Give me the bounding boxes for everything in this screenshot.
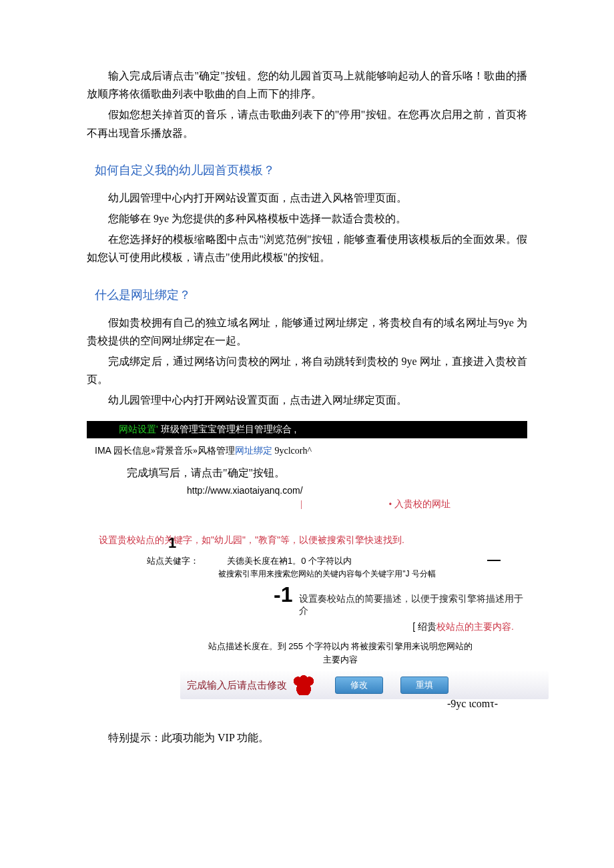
cursor-mark: |	[300, 499, 302, 510]
paragraph: 在您选择好的模板缩略图中点击"浏览范例"按钮，能够查看使用该模板后的全面效果。假…	[87, 230, 527, 266]
desc-tip-row: -1 设置奏校站点的简要描述，以便于搜索引擎将描述用于介	[87, 585, 527, 617]
marker-neg1: -1	[274, 582, 292, 607]
heading-binding: 什么是网址绑定？	[95, 287, 527, 303]
desc-limit-text: 站点描述长度在。到 255 个字符以内 将被搜索引擎用来说明您网站的主要内容	[207, 640, 474, 668]
url-input-row: | •入贵校的网址	[87, 498, 527, 510]
bracket-red: 校站点的主要内容.	[436, 621, 514, 632]
keyword-row: 站点关健字： 关德美长度在衲1。0 个字符以内 —	[87, 552, 527, 567]
bullet-icon: •	[389, 500, 392, 509]
paragraph: 幼儿园管理中心内打开网站设置页面，点击进入风格管理页面。	[87, 189, 527, 207]
dash-icon: —	[487, 552, 501, 567]
keyword-label: 站点关健字：	[147, 555, 200, 567]
footer-note: 特别提示：此项功能为 VIP 功能。	[87, 729, 527, 747]
paragraph: 幼儿园管理中心内打开网站设置页面，点击进入网址绑定页面。	[87, 391, 527, 409]
reset-button[interactable]: 重填	[400, 677, 448, 694]
document-page: 输入完成后请点击"确定"按钮。您的幼儿园首页马上就能够响起动人的音乐咯！歌曲的播…	[0, 0, 614, 803]
keyword-limit: 关德美长度在衲1。0 个字符以内	[227, 555, 352, 567]
button-row: 完成输入后请点击修改 修改 重填	[180, 671, 549, 699]
subnav-items: 园长信息»背景音乐»风格管理	[113, 446, 235, 456]
bracket-black: [ 绍贵	[412, 621, 436, 632]
paragraph: 输入完成后请点击"确定"按钮。您的幼儿园首页马上就能够响起动人的音乐咯！歌曲的播…	[87, 67, 527, 103]
paragraph: 完成绑定后，通过网络访问贵校的网址，将自动跳转到贵校的 9ye 网址，直接进入贵…	[87, 352, 527, 388]
top-nav-bar: 网站设置' 班级管理宝宝管理栏目管理综合 ,	[87, 421, 527, 438]
nav-items-rest: 班级管理宝宝管理栏目管理综合 ,	[158, 424, 297, 434]
paragraph: 您能够在 9ye 为您提供的多种风格模板中选择一款适合贵校的。	[87, 209, 527, 228]
modify-button[interactable]: 修改	[335, 677, 383, 694]
keyword-hint: 被搜索引率用来搜索您网站的关键内容每个关键字用"J 号分幅	[154, 568, 501, 580]
desc-bracket-line: [ 绍贵校站点的主要内容.	[87, 621, 514, 633]
keyword-block: 1 设置贵校站点的关键字，如"幼儿园"，"教育"等，以便被搜索引擎快速找到.	[87, 534, 527, 546]
button-row-lead: 完成输入后请点击修改	[187, 679, 287, 692]
paragraph: 完成填写后，请点击"确定"按钮。	[127, 464, 527, 482]
sub-nav: IMA 园长信息»背景音乐»风格管理网址绑定 9yclcorh^	[95, 445, 527, 457]
subnav-prefix: IMA	[95, 445, 113, 456]
trail-text: -9yc ιcomτ-	[447, 698, 527, 710]
paw-icon	[292, 675, 315, 695]
paragraph: 假如您想关掉首页的音乐，请点击歌曲列表下的"停用"按钮。在您再次启用之前，首页将…	[87, 105, 527, 141]
desc-tip: 设置奏校站点的简要描述，以便于搜索引擎将描述用于介	[299, 593, 527, 617]
subnav-tail: 9yclcorh^	[272, 446, 312, 456]
subnav-current[interactable]: 网址绑定	[235, 446, 272, 456]
heading-template: 如何自定义我的幼儿园首页模板？	[95, 162, 527, 178]
input-annotation: •入贵校的网址	[389, 498, 450, 510]
nav-item-site-settings[interactable]: 网站设置'	[119, 424, 158, 434]
example-url: http://www.xiaotaiyanq.com/	[187, 485, 527, 496]
paragraph: 假如贵校拥有自己的独立域名网址，能够通过网址绑定，将贵校自有的域名网址与9ye …	[87, 314, 527, 350]
keyword-tip: 设置贵校站点的关键字，如"幼儿园"，"教育"等，以便被搜索引擎快速找到.	[99, 534, 527, 546]
marker-1: 1	[168, 534, 176, 552]
